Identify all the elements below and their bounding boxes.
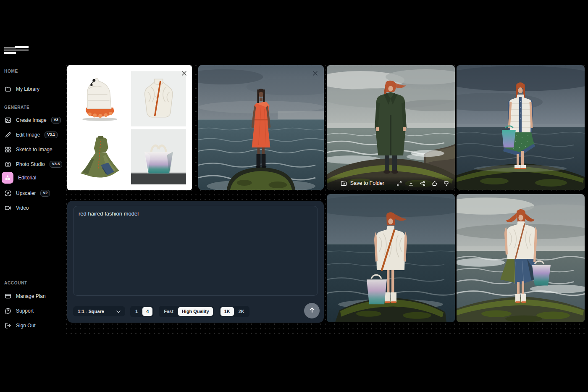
- thumbs-down-icon[interactable]: [444, 181, 449, 186]
- expand-icon[interactable]: [396, 181, 402, 186]
- generated-image-patchwork-skirt[interactable]: [457, 194, 585, 322]
- chevron-down-icon: [116, 309, 121, 314]
- generation-controls: 1:1 - Square 1 4 Fast High Quality 1K 2K: [73, 306, 249, 317]
- save-to-folder-icon: [341, 180, 347, 187]
- version-badge: V3.5: [50, 161, 63, 168]
- speed-high-quality[interactable]: High Quality: [178, 307, 213, 316]
- share-icon[interactable]: [420, 181, 425, 186]
- reference-grid: [73, 71, 186, 184]
- prompt-panel: red haired fashion model 1:1 - Square 1 …: [67, 201, 324, 323]
- arrow-up-icon: [309, 307, 315, 315]
- reference-dress-image[interactable]: [73, 129, 129, 184]
- glitch-bars-logo: [4, 45, 29, 54]
- generated-image-vest-green-dress[interactable]: [457, 65, 585, 190]
- batch-count-4[interactable]: 4: [142, 307, 152, 316]
- resolution-toggle: 1K 2K: [219, 306, 249, 317]
- generated-image-orange-dress[interactable]: [198, 65, 324, 190]
- sidebar-item-sign-out[interactable]: Sign Out: [4, 320, 36, 331]
- upscale-icon: [4, 190, 11, 197]
- version-badge: V3: [51, 117, 61, 124]
- sidebar-item-photo-studio[interactable]: Photo Studio V3.5: [4, 158, 62, 170]
- sidebar-item-edit-image[interactable]: Edit Image V3.1: [4, 129, 58, 141]
- resolution-2k[interactable]: 2K: [235, 307, 248, 316]
- aspect-ratio-value: 1:1 - Square: [78, 309, 104, 314]
- sidebar-item-create-image[interactable]: Create Image V3: [4, 114, 61, 126]
- sidebar-item-label: Upscaler: [16, 190, 36, 196]
- reference-images-panel[interactable]: [67, 65, 192, 190]
- sidebar-item-label: Edit Image: [16, 132, 40, 138]
- version-badge: V2: [40, 190, 50, 197]
- image-hover-toolbar: Save to Folder: [327, 176, 455, 190]
- download-icon[interactable]: [408, 181, 414, 186]
- speed-toggle: Fast High Quality: [159, 306, 214, 317]
- sidebar-section-account: ACCOUNT: [4, 281, 27, 285]
- generate-button[interactable]: [304, 303, 320, 318]
- generated-image-quilted-vest[interactable]: [327, 194, 455, 322]
- sidebar: HOME My Library GENERATE Create Image V3…: [0, 0, 63, 392]
- sidebar-item-support[interactable]: Support: [4, 305, 34, 317]
- resolution-1k[interactable]: 1K: [220, 307, 234, 316]
- aspect-ratio-dropdown[interactable]: 1:1 - Square: [73, 306, 125, 316]
- image-icon: [4, 117, 11, 124]
- sidebar-item-label: Sketch to Image: [16, 147, 52, 153]
- sidebar-item-label: Editorial: [18, 175, 36, 181]
- batch-count-toggle: 1 4: [130, 306, 154, 317]
- sidebar-item-manage-plan[interactable]: Manage Plan: [4, 290, 46, 302]
- save-to-folder-button[interactable]: Save to Folder: [341, 180, 384, 187]
- reference-bag-image[interactable]: [131, 129, 186, 184]
- sidebar-item-sketch-to-image[interactable]: Sketch to Image: [4, 144, 52, 155]
- sidebar-item-label: Support: [16, 308, 34, 314]
- sidebar-item-label: Video: [16, 205, 29, 211]
- sign-out-icon: [4, 322, 11, 329]
- reference-boot-image[interactable]: [73, 71, 129, 126]
- reference-vest-image[interactable]: [131, 71, 186, 126]
- grid-icon: [4, 146, 11, 153]
- sidebar-item-label: Photo Studio: [16, 161, 45, 167]
- app-window: HOME My Library GENERATE Create Image V3…: [0, 0, 588, 392]
- save-to-folder-label: Save to Folder: [350, 180, 384, 186]
- sidebar-section-home: HOME: [4, 69, 18, 74]
- thumbs-up-icon[interactable]: [432, 181, 437, 186]
- folder-icon: [4, 86, 11, 92]
- sidebar-item-editorial[interactable]: Editorial: [4, 172, 36, 184]
- credit-card-icon: [4, 293, 11, 300]
- sidebar-item-label: Sign Out: [16, 323, 36, 329]
- help-icon: [4, 308, 11, 314]
- version-badge: V3.1: [45, 132, 58, 138]
- sidebar-item-video[interactable]: Video: [4, 202, 29, 214]
- speed-fast[interactable]: Fast: [160, 307, 177, 316]
- sidebar-item-my-library[interactable]: My Library: [4, 83, 39, 95]
- batch-count-1[interactable]: 1: [131, 307, 142, 316]
- sidebar-item-label: Manage Plan: [16, 293, 46, 299]
- sidebar-item-upscaler[interactable]: Upscaler V2: [4, 187, 50, 199]
- sidebar-item-label: Create Image: [16, 117, 47, 123]
- camera-icon: [4, 161, 11, 168]
- sidebar-item-label: My Library: [16, 86, 39, 92]
- video-icon: [4, 205, 11, 211]
- app-logo[interactable]: [4, 45, 29, 56]
- shapes-icon: [2, 172, 13, 184]
- close-icon[interactable]: [179, 68, 189, 78]
- sidebar-section-generate: GENERATE: [4, 105, 29, 110]
- pencil-icon: [4, 132, 11, 138]
- generated-image-green-coat[interactable]: Save to Folder: [327, 65, 455, 190]
- prompt-input[interactable]: red haired fashion model: [73, 206, 318, 296]
- close-icon[interactable]: [310, 68, 320, 78]
